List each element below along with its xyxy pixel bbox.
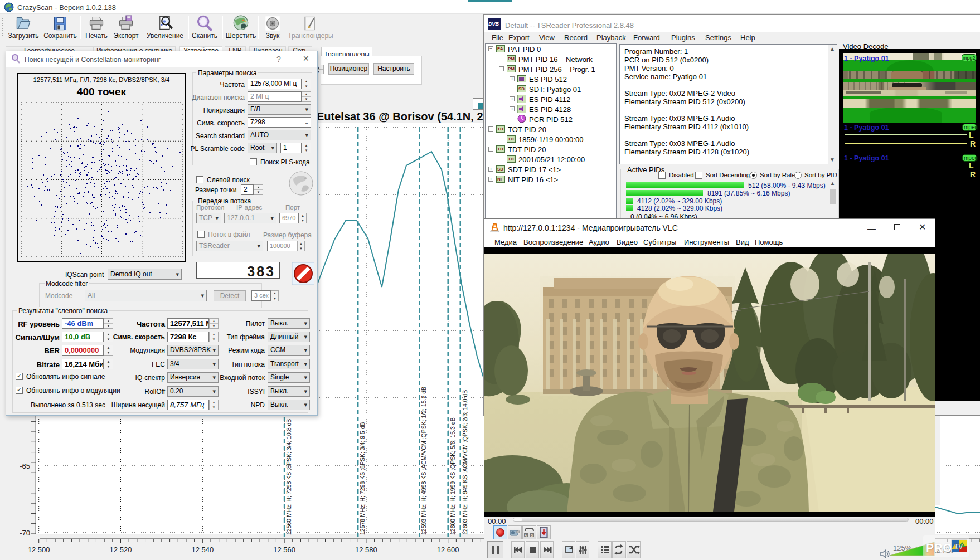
svg-text:TV: TV <box>954 543 963 551</box>
svg-text:B: B <box>531 534 533 537</box>
svg-text:A: A <box>525 534 527 537</box>
